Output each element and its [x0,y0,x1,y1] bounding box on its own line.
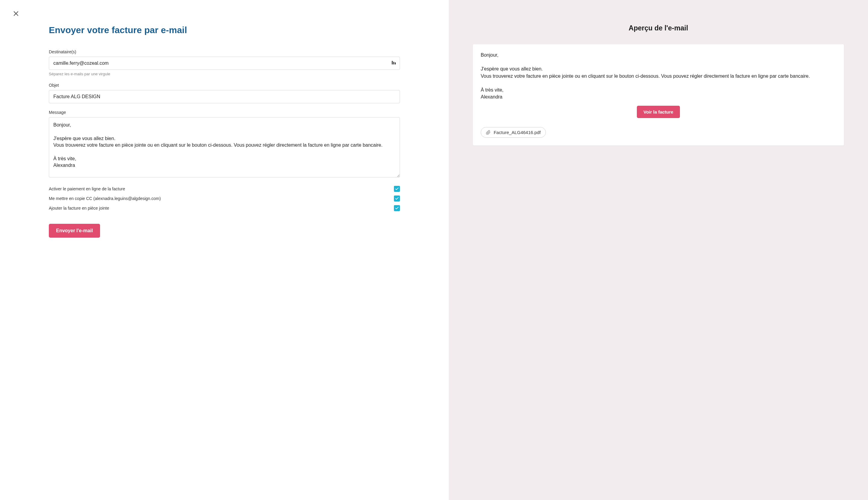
preview-panel: Aperçu de l'e-mail Bonjour, J'espère que… [449,0,868,500]
message-field-group: Message [49,110,400,179]
form-container: Envoyer votre facture par e-mail Destina… [0,0,449,250]
svg-rect-3 [393,62,394,65]
preview-card: Bonjour, J'espère que vous allez bien. V… [473,44,844,146]
cc-me-option: Me mettre en copie CC (alexnadra.leguins… [49,195,400,202]
svg-rect-2 [392,61,393,65]
online-payment-checkbox[interactable] [394,186,400,192]
view-invoice-button[interactable]: Voir la facture [637,106,680,118]
check-icon [395,196,399,201]
options-section: Activer le paiement en ligne de la factu… [49,186,400,211]
message-textarea[interactable] [49,117,400,178]
paperclip-icon [486,130,491,135]
preview-title: Aperçu de l'e-mail [473,24,844,32]
attach-invoice-label: Ajouter la facture en pièce jointe [49,206,109,211]
form-panel: Envoyer votre facture par e-mail Destina… [0,0,449,500]
subject-label: Objet [49,83,400,88]
svg-rect-4 [395,62,396,65]
online-payment-option: Activer le paiement en ligne de la factu… [49,186,400,192]
check-icon [395,187,399,191]
cc-me-label: Me mettre en copie CC (alexnadra.leguins… [49,196,160,201]
attach-invoice-checkbox[interactable] [394,205,400,211]
check-icon [395,206,399,210]
recipients-input-wrapper [49,57,400,70]
preview-body-text: Bonjour, J'espère que vous allez bien. V… [481,52,836,100]
close-button[interactable] [11,9,21,18]
send-email-button[interactable]: Envoyer l'e-mail [49,224,100,238]
contacts-icon[interactable] [391,60,396,66]
attachment-filename: Facture_ALG46416.pdf [494,130,541,135]
recipients-input[interactable] [49,57,400,70]
subject-input[interactable] [49,90,400,103]
recipients-label: Destinataire(s) [49,49,400,54]
page-title: Envoyer votre facture par e-mail [49,24,400,36]
cc-me-checkbox[interactable] [394,195,400,202]
attach-invoice-option: Ajouter la facture en pièce jointe [49,205,400,211]
message-label: Message [49,110,400,115]
close-icon [13,10,19,17]
attachment-chip[interactable]: Facture_ALG46416.pdf [481,127,546,138]
subject-field-group: Objet [49,83,400,103]
recipients-help-text: Séparez les e-mails par une virgule [49,72,400,76]
online-payment-label: Activer le paiement en ligne de la factu… [49,186,125,191]
recipients-field-group: Destinataire(s) Séparez les e-mails par … [49,49,400,76]
